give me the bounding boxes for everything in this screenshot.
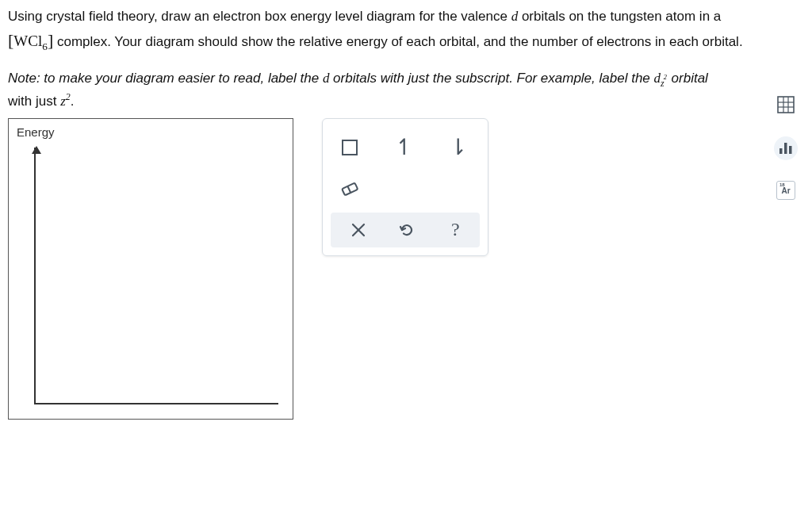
note-body3: orbital — [668, 71, 708, 86]
y-axis — [34, 148, 36, 404]
eraser-button[interactable] — [334, 173, 366, 205]
help-button[interactable]: ? — [439, 214, 471, 246]
svg-rect-0 — [343, 140, 357, 155]
clear-button[interactable] — [343, 214, 374, 246]
note-body2: orbitals with just the subscript. For ex… — [329, 71, 653, 86]
svg-rect-10 — [779, 148, 783, 154]
note-line3b: . — [71, 94, 75, 109]
help-icon: ? — [451, 219, 460, 240]
q-line2: complex. Your diagram should show the re… — [53, 34, 742, 49]
q-line1a: Using crystal field theory, draw an elec… — [8, 9, 511, 24]
complex-formula: WCl6 — [13, 33, 48, 49]
q-d-letter: d — [511, 9, 519, 24]
note-z2: z2 — [60, 94, 71, 109]
drawing-canvas[interactable]: Energy — [8, 118, 293, 420]
down-spin-arrow-button[interactable]: ⇂ — [442, 132, 473, 163]
note-body1: to make your diagram easier to read, lab… — [40, 71, 323, 86]
periodic-symbol: Ar — [781, 186, 790, 195]
periodic-table-button[interactable]: 18 Ar — [776, 181, 795, 200]
tool-palette: ↿ ⇂ — [322, 118, 488, 256]
svg-rect-5 — [778, 97, 794, 113]
energy-axis-label: Energy — [17, 125, 285, 139]
note-text: Note: to make your diagram easier to rea… — [8, 68, 804, 111]
up-arrow-icon: ↿ — [395, 136, 413, 159]
q-line1b: orbitals on the tungsten atom in a — [518, 9, 721, 24]
down-arrow-icon: ⇂ — [449, 136, 467, 159]
svg-rect-12 — [789, 146, 792, 154]
explanation-table-button[interactable] — [775, 94, 797, 116]
side-icon-column: 18 Ar — [774, 94, 798, 200]
x-axis — [34, 403, 278, 404]
box-tool-button[interactable] — [334, 132, 366, 163]
note-line3a: with just — [8, 94, 60, 109]
svg-rect-11 — [784, 143, 787, 154]
undo-button[interactable] — [391, 214, 423, 246]
axes — [34, 148, 278, 404]
y-axis-arrow — [32, 146, 41, 154]
note-dsub: dz2 — [654, 71, 668, 86]
note-prefix: Note: — [8, 71, 40, 86]
chart-button[interactable] — [774, 136, 798, 160]
question-text: Using crystal field theory, draw an elec… — [8, 6, 804, 54]
up-spin-arrow-button[interactable]: ↿ — [388, 132, 419, 163]
svg-line-2 — [347, 186, 350, 192]
